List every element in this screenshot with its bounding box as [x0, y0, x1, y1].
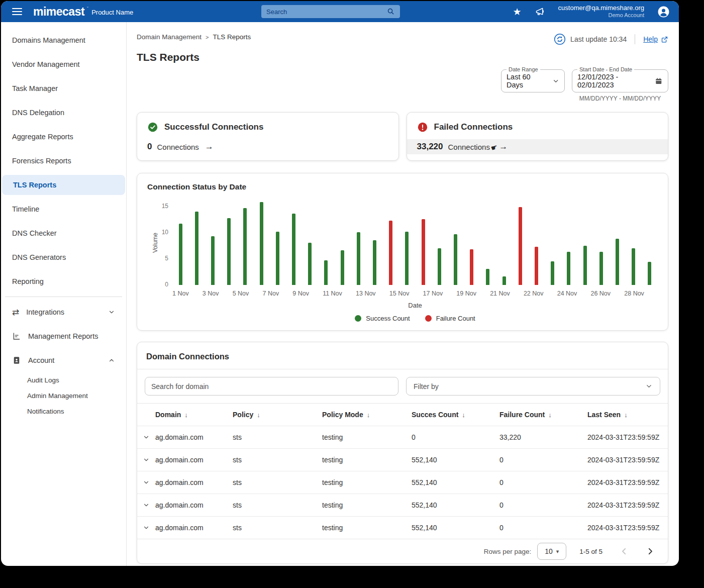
x-tick-label: 7 Nov — [262, 290, 279, 297]
column-header-policy-mode[interactable]: Policy Mode↓ — [322, 411, 412, 419]
cell-success-count: 0 — [412, 433, 499, 441]
sidebar-item-aggregate-reports[interactable]: Aggregate Reports — [1, 125, 126, 149]
sidebar-item-audit-logs[interactable]: Audit Logs — [1, 372, 126, 388]
chevron-down-icon — [645, 382, 653, 390]
breadcrumb-current: TLS Reports — [213, 33, 251, 41]
date-format-hint: MM/DD/YYYY - MM/DD/YYYY — [572, 95, 668, 102]
sidebar-item-dns-generators[interactable]: DNS Generators — [1, 245, 126, 269]
legend-dot-icon — [425, 315, 432, 322]
row-expand-chevron-icon[interactable] — [137, 502, 155, 509]
table-row[interactable]: ag.domain.com sts testing 552,140 0 2024… — [137, 516, 668, 539]
sort-icon[interactable]: ↓ — [462, 411, 465, 419]
table-row[interactable]: ag.domain.com sts testing 552,140 0 2024… — [137, 448, 668, 471]
sidebar-item-admin-management[interactable]: Admin Management — [1, 388, 126, 404]
arrow-right-icon[interactable]: → — [499, 142, 508, 152]
cell-last-seen: 2024-03-31T23:59:59Z — [587, 433, 668, 441]
column-header-domain[interactable]: Domain↓ — [155, 411, 233, 419]
column-header-failure-count[interactable]: Failure Count↓ — [499, 411, 587, 419]
row-expand-chevron-icon[interactable] — [137, 434, 155, 441]
breadcrumb: Domain Management > TLS Reports — [137, 33, 251, 41]
alert-circle-icon — [417, 122, 428, 133]
next-page-button[interactable] — [644, 545, 657, 558]
x-tick-label: 24 Nov — [557, 290, 577, 297]
sidebar-item-dns-checker[interactable]: DNS Checker — [1, 221, 126, 245]
row-expand-chevron-icon[interactable] — [137, 479, 155, 486]
row-expand-chevron-icon[interactable] — [137, 524, 155, 531]
table-row[interactable]: ag.domain.com sts testing 552,140 0 2024… — [137, 494, 668, 516]
sort-icon[interactable]: ↓ — [548, 411, 552, 419]
sidebar-item-timeline[interactable]: Timeline — [1, 197, 126, 221]
date-range-input[interactable]: Start Date - End Date 12/01/2023 - 02/01… — [572, 66, 668, 92]
previous-page-button[interactable] — [618, 545, 631, 558]
sort-icon[interactable]: ↓ — [257, 411, 260, 419]
chart-bar-success — [195, 212, 198, 285]
user-account-info[interactable]: customer@qa.mimeshare.org Demo Account — [558, 4, 644, 19]
refresh-icon[interactable] — [554, 33, 566, 45]
chart-bar-success — [405, 232, 409, 285]
sort-icon[interactable]: ↓ — [184, 411, 188, 419]
favorites-star-icon[interactable]: ★ — [513, 6, 522, 18]
column-header-success-count[interactable]: Succes Count↓ — [412, 411, 499, 419]
table-row[interactable]: ag.domain.com sts testing 0 33,220 2024-… — [137, 426, 668, 448]
chart-x-axis: 1 Nov3 Nov5 Nov7 Nov9 Nov11 Nov13 Nov15 … — [172, 290, 658, 297]
sidebar-item-task-manager[interactable]: Task Manager — [1, 76, 126, 101]
sidebar-section-account[interactable]: Account — [1, 348, 126, 372]
success-connections-value[interactable]: 0 Connections → — [137, 139, 398, 154]
chevron-up-icon — [108, 357, 115, 364]
failed-connections-value[interactable]: 33,220 Connections ☛ → — [407, 139, 668, 154]
column-header-last-seen[interactable]: Last Seen↓ — [587, 411, 668, 419]
report-chart-icon — [12, 332, 21, 341]
x-tick-label — [409, 290, 423, 297]
hamburger-menu-icon[interactable] — [12, 8, 22, 15]
user-avatar-icon[interactable] — [657, 6, 670, 18]
cell-policy: sts — [233, 524, 322, 532]
cell-last-seen: 2024-03-31T23:59:59Z — [587, 501, 668, 509]
cell-failure-count: 0 — [499, 456, 587, 464]
chart-bar-success — [260, 202, 263, 285]
sidebar-item-notifications[interactable]: Notifications — [1, 404, 126, 419]
sidebar-item-dns-delegation[interactable]: DNS Delegation — [1, 101, 126, 125]
date-range-select[interactable]: Date Range Last 60 Days — [501, 66, 565, 92]
chevron-down-icon — [552, 77, 559, 85]
chart-bar-success — [373, 240, 376, 285]
global-search-input[interactable] — [261, 5, 400, 18]
sidebar-item-reporting[interactable]: Reporting — [1, 269, 126, 293]
domain-search-input[interactable] — [145, 377, 398, 396]
sort-icon[interactable]: ↓ — [624, 411, 628, 419]
mimecast-logo: mimecastˇ — [33, 5, 84, 19]
chart-legend: Success CountFailure Count — [172, 315, 658, 324]
search-icon[interactable] — [387, 8, 394, 17]
arrow-right-icon[interactable]: → — [205, 142, 214, 152]
sidebar-item-tls-reports[interactable]: TLS Reports — [2, 175, 125, 195]
app-window: mimecastˇ Product Name ★ customer@qa.mim… — [1, 1, 679, 566]
sidebar-item-forensics-reports[interactable]: Forensics Reports — [1, 149, 126, 173]
column-header-policy[interactable]: Policy↓ — [233, 411, 322, 419]
x-tick-label: 1 Nov — [172, 290, 189, 297]
chart-bar-success — [486, 269, 489, 285]
x-tick-label: 13 Nov — [356, 290, 376, 297]
calendar-icon[interactable] — [655, 77, 663, 85]
table-row[interactable]: ag.domain.com sts testing 552,140 0 2024… — [137, 471, 668, 494]
chart-bar-success — [324, 260, 328, 285]
x-tick-label — [510, 290, 524, 297]
row-expand-chevron-icon[interactable] — [137, 456, 155, 463]
x-tick-label: 28 Nov — [624, 290, 644, 297]
sidebar-section-integrations[interactable]: ⇄ Integrations — [1, 300, 126, 324]
announcements-megaphone-icon[interactable] — [535, 7, 545, 17]
page-size-select[interactable]: 10 ▾ — [537, 543, 566, 560]
successful-connections-card[interactable]: Successful Connections 0 Connections → — [137, 112, 399, 161]
sidebar-item-domains-management[interactable]: Domains Management — [1, 28, 126, 52]
sort-icon[interactable]: ↓ — [367, 411, 370, 419]
failed-connections-card[interactable]: Failed Connections 33,220 Connections ☛ … — [407, 112, 669, 161]
user-email: customer@qa.mimeshare.org — [558, 4, 644, 12]
cursor-hand-icon: ☛ — [489, 142, 498, 153]
filter-by-dropdown[interactable]: Filter by — [406, 377, 660, 396]
help-link[interactable]: Help — [643, 35, 668, 43]
legend-item: Failure Count — [425, 315, 475, 322]
cell-failure-count: 0 — [499, 501, 587, 509]
breadcrumb-parent[interactable]: Domain Management — [137, 33, 202, 41]
sidebar-section-management-reports[interactable]: Management Reports — [1, 324, 126, 348]
rows-per-page-label: Rows per page: — [484, 548, 532, 555]
cell-policy-mode: testing — [322, 478, 412, 486]
sidebar-item-vendor-management[interactable]: Vendor Management — [1, 52, 126, 76]
